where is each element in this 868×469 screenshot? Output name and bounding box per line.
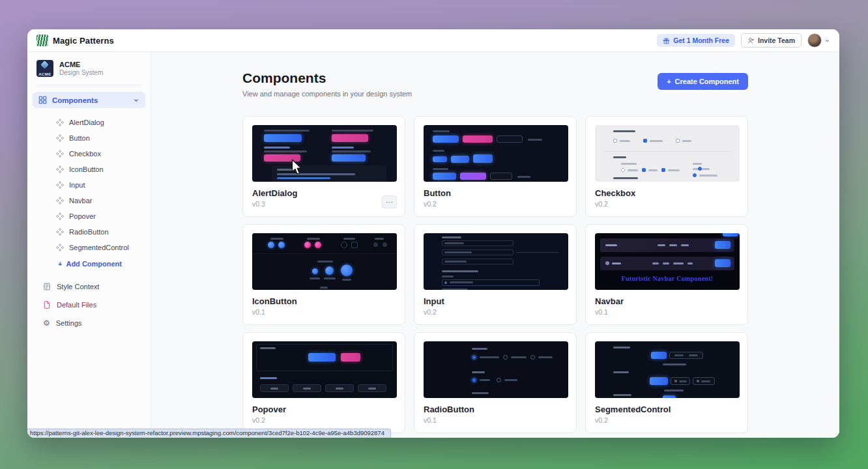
- invite-team-label: Invite Team: [758, 36, 795, 44]
- decor-pill: [715, 241, 731, 249]
- sidebar-item-segmentedcontrol[interactable]: SegmentedControl: [27, 240, 151, 255]
- card-button[interactable]: Button v0.2: [414, 116, 577, 217]
- card-thumbnail[interactable]: [424, 125, 568, 182]
- card-thumbnail[interactable]: [424, 233, 568, 290]
- decor-bar: [613, 394, 631, 396]
- plus-icon: +: [58, 260, 62, 268]
- decor-bar: [628, 169, 638, 171]
- org-switcher[interactable]: ACME ACME Design System: [27, 60, 151, 77]
- invite-team-button[interactable]: Invite Team: [741, 33, 802, 48]
- decor-bar: [342, 279, 351, 281]
- card-navbar[interactable]: Futuristic Navbar Component! Navbar v0.1: [585, 224, 748, 325]
- card-thumbnail[interactable]: [595, 125, 740, 182]
- card-thumbnail[interactable]: [252, 233, 397, 290]
- sidebar-item-settings[interactable]: ⚙ Settings: [27, 314, 151, 332]
- card-checkbox[interactable]: Checkbox v0.2: [585, 116, 748, 217]
- decor-circle: [351, 242, 358, 248]
- decor-bar: [442, 236, 461, 238]
- decor-circle: [325, 266, 334, 275]
- decor-bar: [307, 238, 320, 240]
- decor-bar: [648, 169, 658, 171]
- decor-pill: [651, 352, 667, 359]
- card-thumbnail[interactable]: [252, 125, 397, 182]
- org-subtitle: Design System: [59, 69, 103, 77]
- sidebar-item-iconbutton[interactable]: IconButton: [27, 162, 151, 177]
- brand[interactable]: Magic Patterns: [36, 35, 114, 46]
- component-icon: [56, 134, 64, 142]
- get-month-free-button[interactable]: Get 1 Month Free: [657, 34, 735, 47]
- decor-check: [642, 168, 646, 172]
- component-icon: [56, 119, 64, 126]
- plus-icon: +: [667, 78, 671, 85]
- decor-bar: [433, 150, 444, 152]
- decor-bar: [480, 379, 490, 381]
- sidebar-item-alertdialog[interactable]: AlertDialog: [27, 115, 151, 130]
- components-nav-label: Components: [52, 96, 98, 104]
- account-menu[interactable]: [807, 33, 830, 48]
- app-window: Magic Patterns Get 1 Month Free Invite T…: [27, 29, 839, 438]
- overflow-menu-button[interactable]: ⋯: [382, 195, 397, 208]
- sidebar-item-popover[interactable]: Popover: [27, 208, 151, 224]
- card-title: Button: [424, 188, 451, 198]
- card-title: Input: [424, 296, 444, 306]
- component-grid: AlertDialog v0.3 ⋯: [242, 116, 748, 433]
- brand-name: Magic Patterns: [53, 36, 114, 46]
- decor-radio: [497, 378, 501, 382]
- card-popover[interactable]: Popover v0.2: [242, 332, 405, 433]
- component-icon: [56, 228, 64, 236]
- item-label: AlertDialog: [69, 119, 104, 126]
- card-radiobutton[interactable]: RadioButton v0.1: [414, 332, 577, 433]
- decor-pill: [497, 135, 523, 143]
- sidebar-item-input[interactable]: Input: [27, 177, 151, 193]
- item-label: Navbar: [69, 197, 92, 205]
- sidebar-item-default-files[interactable]: Default Files: [27, 296, 151, 314]
- decor-bar: [277, 177, 330, 179]
- decor-bar: [332, 130, 373, 132]
- decor-bar: [650, 140, 663, 142]
- acme-logo-gem-icon: [40, 61, 49, 69]
- decor-bar: [612, 263, 621, 264]
- sidebar-item-components[interactable]: Components: [33, 92, 145, 108]
- decor-bar: [511, 356, 527, 358]
- decor-pill: [451, 156, 469, 163]
- card-thumbnail[interactable]: [252, 341, 397, 398]
- decor-radio: [472, 355, 476, 360]
- default-files-label: Default Files: [57, 301, 96, 309]
- desktop-backdrop: Magic Patterns Get 1 Month Free Invite T…: [0, 0, 868, 469]
- component-icon: [56, 197, 64, 205]
- decor-divider: [604, 151, 731, 152]
- card-version: v0.2: [424, 308, 437, 316]
- card-title: AlertDialog: [252, 188, 297, 198]
- decor-check: [693, 173, 697, 177]
- card-alertdialog[interactable]: AlertDialog v0.3 ⋯: [242, 116, 405, 217]
- decor-bar: [442, 289, 468, 290]
- create-component-button[interactable]: + Create Component: [658, 73, 748, 90]
- item-label: RadioButton: [69, 228, 109, 236]
- card-thumbnail[interactable]: [595, 341, 740, 398]
- decor-pill: [650, 377, 668, 385]
- sidebar-item-button[interactable]: Button: [27, 130, 151, 146]
- card-thumbnail[interactable]: Futuristic Navbar Component!: [595, 233, 740, 290]
- file-icon: [43, 301, 51, 309]
- decor-bar: [605, 244, 617, 246]
- decor-bar: [669, 244, 677, 246]
- card-iconbutton[interactable]: IconButton v0.1: [242, 224, 405, 325]
- sidebar-item-radiobutton[interactable]: RadioButton: [27, 224, 151, 240]
- decor-bar: [668, 169, 680, 171]
- card-input[interactable]: Input v0.2: [414, 224, 577, 325]
- card-thumbnail[interactable]: [424, 341, 568, 398]
- decor-pill: [264, 134, 302, 142]
- sidebar-item-checkbox[interactable]: Checkbox: [27, 146, 151, 162]
- sidebar-item-navbar[interactable]: Navbar: [27, 193, 151, 208]
- decor-bar: [504, 379, 517, 381]
- decor-bar: [343, 238, 355, 240]
- decor-bar: [320, 287, 328, 289]
- create-component-label: Create Component: [675, 78, 739, 85]
- add-component-button[interactable]: + Add Component: [27, 255, 151, 272]
- magic-patterns-logo-icon: [36, 35, 48, 46]
- decor-bar: [260, 347, 276, 349]
- card-segmentedcontrol[interactable]: SegmentedControl v0.2: [585, 332, 748, 433]
- decor-check: [643, 139, 647, 143]
- item-label: IconButton: [69, 165, 104, 173]
- sidebar-item-style-context[interactable]: Style Context: [27, 277, 151, 296]
